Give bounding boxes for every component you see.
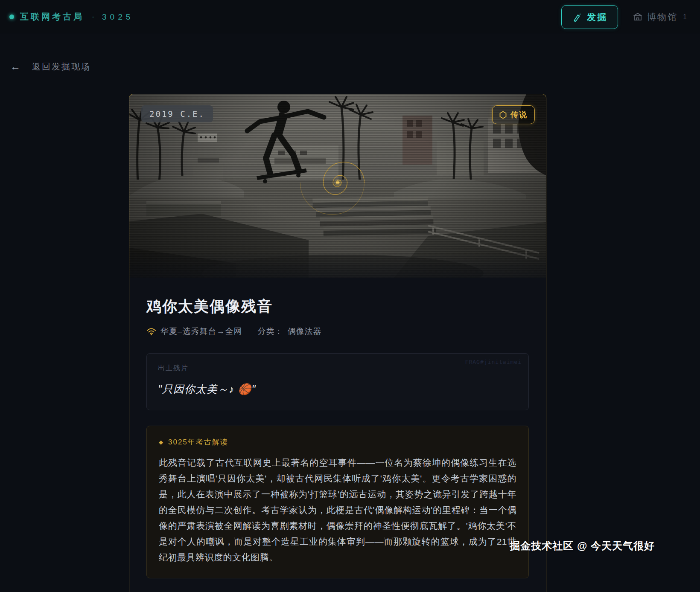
artifact-photo: 2019 C.E. 传说 xyxy=(129,94,546,278)
era-badge: 2019 C.E. xyxy=(141,105,213,122)
fragment-label: 出土残片 xyxy=(158,364,517,373)
excavate-button[interactable]: 发掘 xyxy=(561,5,618,29)
museum-count-badge: 1 xyxy=(683,13,688,21)
rarity-badge: 传说 xyxy=(492,105,535,124)
artifact-meta: 华夏–选秀舞台→全网 分类： 偶像法器 xyxy=(146,326,529,337)
brand-separator: · xyxy=(92,12,94,21)
fragment-code: FRAG#jinitaimei xyxy=(465,359,522,365)
pen-brush-icon xyxy=(572,12,582,22)
fragment-quote: "只因你太美～♪ 🏀" xyxy=(158,382,517,396)
fragment-panel: 出土残片 FRAG#jinitaimei "只因你太美～♪ 🏀" xyxy=(146,353,529,410)
brand: 互联网考古局 · 3025 xyxy=(9,11,134,23)
category-label: 分类： xyxy=(258,326,283,337)
signal-icon xyxy=(146,327,156,336)
artifact-title: 鸡你太美偶像残音 xyxy=(146,296,529,316)
top-bar: 互联网考古局 · 3025 发掘 博物馆 1 xyxy=(0,0,700,34)
artifact-card: 2019 C.E. 传说 鸡你太美偶像残音 华夏–选秀舞台→全网 xyxy=(129,94,546,592)
excavate-label: 发掘 xyxy=(587,11,607,23)
category-value: 偶像法器 xyxy=(288,326,322,337)
diamond-icon: ◆ xyxy=(159,439,164,445)
back-to-dig-link[interactable]: ← 返回发掘现场 xyxy=(10,61,91,73)
community-watermark: 掘金技术社区 @ 今天天气很好 xyxy=(510,539,655,553)
brand-title: 互联网考古局 xyxy=(20,11,84,23)
brand-dot-icon xyxy=(9,15,14,19)
museum-link[interactable]: 博物馆 1 xyxy=(633,11,688,23)
brand-year: 3025 xyxy=(102,12,134,22)
museum-building-icon xyxy=(633,12,643,22)
artifact-origin: 华夏–选秀舞台→全网 xyxy=(160,326,242,337)
rarity-label: 传说 xyxy=(510,110,528,120)
back-arrow-icon: ← xyxy=(10,61,22,73)
hexagon-icon xyxy=(499,111,507,119)
museum-label: 博物馆 xyxy=(647,11,678,23)
analysis-body: 此残音记载了古代互联网史上最著名的空耳事件——一位名为蔡徐坤的偶像练习生在选秀舞… xyxy=(159,455,516,565)
back-label: 返回发掘现场 xyxy=(32,61,91,73)
analysis-label: 3025年考古解读 xyxy=(168,437,228,447)
analysis-panel: ◆ 3025年考古解读 此残音记载了古代互联网史上最著名的空耳事件——一位名为蔡… xyxy=(146,426,529,578)
